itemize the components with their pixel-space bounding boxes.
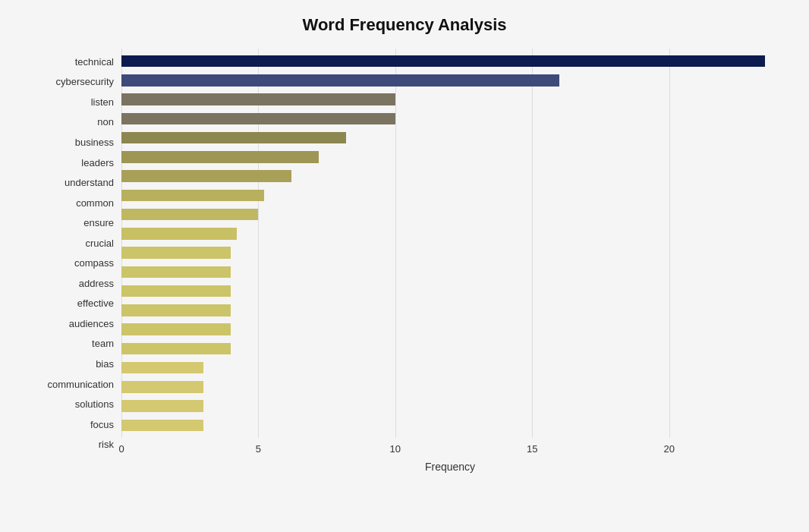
bar-row-listen xyxy=(121,90,779,109)
bar-risk xyxy=(121,420,203,431)
bar-row-common xyxy=(121,186,779,205)
bar-solutions xyxy=(121,381,203,392)
bars-section: 05101520 Frequency xyxy=(121,49,779,474)
x-tick-label-15: 15 xyxy=(527,443,537,455)
bar-focus xyxy=(121,400,203,411)
bar-listen xyxy=(121,93,395,105)
bar-row-risk xyxy=(121,416,779,435)
bar-row-business xyxy=(121,128,779,147)
bar-row-non xyxy=(121,109,779,128)
bar-crucial xyxy=(121,228,237,239)
bar-business xyxy=(121,132,346,143)
y-label-understand: understand xyxy=(65,178,114,187)
x-tick-label-20: 20 xyxy=(663,443,674,455)
y-labels: technicalcybersecuritylistennonbusinessl… xyxy=(30,49,121,474)
bar-audiences xyxy=(121,304,231,316)
y-label-focus: focus xyxy=(90,420,114,430)
y-label-non: non xyxy=(97,117,114,127)
y-label-technical: technical xyxy=(75,57,114,67)
y-label-listen: listen xyxy=(91,97,114,107)
x-axis-title: Frequency xyxy=(121,461,779,474)
bar-non xyxy=(121,113,395,124)
chart-container: Word Frequency Analysis technicalcyberse… xyxy=(0,0,809,532)
y-label-business: business xyxy=(75,137,114,147)
y-label-team: team xyxy=(92,338,114,348)
bar-understand xyxy=(121,170,291,181)
bar-row-technical xyxy=(121,52,779,71)
bar-row-effective xyxy=(121,282,779,301)
bar-team xyxy=(121,323,231,335)
bar-bias xyxy=(121,343,231,354)
y-label-crucial: crucial xyxy=(85,238,114,248)
y-label-leaders: leaders xyxy=(81,158,114,168)
bar-row-crucial xyxy=(121,224,779,243)
bar-technical xyxy=(121,55,765,67)
y-label-common: common xyxy=(76,198,114,208)
x-axis-labels: 05101520 xyxy=(121,438,779,458)
bar-row-audiences xyxy=(121,301,779,320)
y-label-solutions: solutions xyxy=(75,399,114,409)
bar-row-cybersecurity xyxy=(121,71,779,90)
chart-area: technicalcybersecuritylistennonbusinessl… xyxy=(30,49,779,474)
y-label-cybersecurity: cybersecurity xyxy=(55,77,114,87)
y-label-effective: effective xyxy=(77,298,114,308)
bar-effective xyxy=(121,285,231,297)
bars-wrapper xyxy=(121,49,779,438)
y-label-ensure: ensure xyxy=(83,218,114,228)
bar-row-compass xyxy=(121,244,779,263)
bar-row-understand xyxy=(121,167,779,186)
bar-compass xyxy=(121,247,231,258)
y-label-audiences: audiences xyxy=(69,319,114,329)
bar-row-leaders xyxy=(121,147,779,166)
x-tick-label-0: 0 xyxy=(118,443,124,455)
x-tick-label-5: 5 xyxy=(256,443,261,455)
bar-row-team xyxy=(121,320,779,339)
bar-row-ensure xyxy=(121,205,779,224)
y-label-communication: communication xyxy=(48,379,114,389)
y-label-compass: compass xyxy=(74,258,114,268)
chart-title: Word Frequency Analysis xyxy=(30,15,779,35)
bar-cybersecurity xyxy=(121,74,559,86)
y-label-bias: bias xyxy=(96,359,114,369)
y-label-risk: risk xyxy=(99,439,114,449)
bar-row-solutions xyxy=(121,377,779,396)
bar-row-bias xyxy=(121,339,779,358)
bar-leaders xyxy=(121,151,319,162)
y-label-address: address xyxy=(79,279,114,288)
bar-row-communication xyxy=(121,358,779,377)
grid-and-bars: 05101520 xyxy=(121,49,779,458)
bar-row-address xyxy=(121,263,779,282)
bar-common xyxy=(121,190,264,201)
bar-address xyxy=(121,266,231,278)
x-tick-label-10: 10 xyxy=(390,443,401,455)
bar-row-focus xyxy=(121,397,779,416)
bar-communication xyxy=(121,362,203,373)
bar-ensure xyxy=(121,209,258,220)
